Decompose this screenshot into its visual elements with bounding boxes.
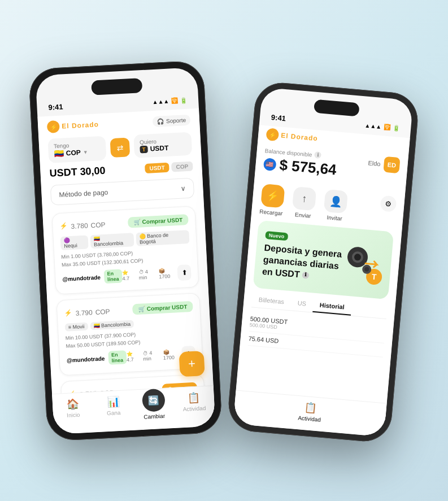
nav-inicio[interactable]: 🏠 Inicio — [52, 397, 94, 434]
nequi-badge-1: 🟣 Nequi — [60, 235, 88, 250]
payment-icons-1: 🟣 Nequi 🇨🇴 Bancolombia 🟡 Banco de Bogotá — [60, 230, 189, 250]
recargar-label: Recargar — [259, 208, 282, 216]
user-avatar[interactable]: ED — [383, 156, 400, 173]
promo-info-icon: ℹ — [302, 271, 309, 278]
nav-gana[interactable]: 📊 Gana — [92, 394, 134, 432]
tengo-currency: COP — [66, 148, 81, 156]
invitar-icon: 👤 — [323, 189, 347, 213]
logo-text-right: El Dorado — [280, 131, 318, 142]
gear-icon: ⚙ — [384, 199, 392, 208]
headphone-icon: 🎧 — [156, 117, 164, 124]
cop-flag: 🇨🇴 — [54, 149, 64, 158]
invitar-button[interactable]: 👤 Invitar — [323, 189, 348, 221]
battery-icon-left: 🔋 — [180, 97, 187, 103]
promo-card[interactable]: Nuevo Deposita y generaganancias diarias… — [253, 220, 394, 299]
swap-button[interactable]: ⇄ — [110, 137, 130, 157]
right-app-content: ⚡ El Dorado Balance disponible ℹ 🇺🇸 $ 57… — [233, 125, 410, 435]
nav-actividad[interactable]: 📋 Actividad — [173, 390, 215, 428]
nav-gana-label: Gana — [106, 409, 120, 416]
user-label: Eldo — [368, 159, 381, 167]
history-amount-2: 75.64 USD — [248, 335, 279, 345]
seller-stats-1: ⭐ 4.7 ⏱ 4 min 📦 1700 — [121, 267, 174, 281]
nav-cambiar-label: Cambiar — [143, 412, 164, 420]
buy-button-1[interactable]: 🛒 Comprar USDT — [128, 214, 189, 228]
balance-section: Balance disponible ℹ 🇺🇸 $ 575,64 — [262, 143, 338, 188]
payment-method-selector[interactable]: Método de pago ∨ — [50, 177, 194, 205]
tengo-box[interactable]: Tengo 🇨🇴 COP ▼ — [47, 136, 106, 163]
listing-price-1: 3.780 COP — [70, 217, 105, 231]
nav-actividad-right-label: Actividad — [298, 415, 321, 422]
payment-method-label: Método de pago — [59, 188, 108, 199]
quiero-currency: USDT — [150, 143, 168, 153]
amount-row: USDT 30,00 USDT COP — [49, 160, 193, 179]
settings-button[interactable]: ⚙ — [380, 195, 397, 212]
home-icon: 🏠 — [66, 397, 79, 410]
seller-name-2: @mundotrade — [66, 355, 105, 363]
nav-actividad-label: Actividad — [182, 404, 206, 412]
toggle-cop[interactable]: COP — [171, 161, 193, 172]
seller-info-1: @mundotrade En línea — [62, 269, 122, 286]
logo-right: ⚡ El Dorado — [266, 128, 318, 145]
logo-icon-left: ⚡ — [46, 120, 59, 133]
tab-billeteras[interactable]: Billeteras — [251, 292, 291, 310]
logo-text-left: El Dorado — [61, 120, 98, 130]
tab-us[interactable]: US — [290, 295, 313, 312]
promo-svg: T — [332, 232, 388, 287]
phone-left: 9:41 ▲▲▲ 🛜 🔋 ⚡ El Dorado 🎧 Soporte — [28, 60, 222, 441]
status-icons-left: ▲▲▲ 🛜 🔋 — [152, 97, 187, 104]
bancolombia-badge-1: 🇨🇴 Bancolombia — [90, 233, 134, 249]
movii-badge: ≡ Movii — [64, 322, 88, 331]
activity-icon-left: 📋 — [187, 391, 200, 404]
online-badge-1: En línea — [103, 269, 123, 284]
nuevo-badge: Nuevo — [265, 230, 288, 240]
enviar-button[interactable]: ↑ Enviar — [291, 186, 316, 219]
quiero-box[interactable]: Quiero T USDT — [133, 132, 192, 158]
listing-price-2: 3.790 COP — [75, 304, 110, 318]
signal-icon-left: ▲▲▲ — [152, 98, 169, 105]
time-left: 9:41 — [48, 102, 63, 111]
nav-actividad-right[interactable]: 📋 Actividad — [233, 395, 386, 437]
dynamic-island-left — [91, 78, 142, 95]
bogota-badge-1: 🟡 Banco de Bogotá — [136, 230, 189, 246]
support-label: Soporte — [166, 116, 186, 124]
seller-stats-2: ⭐ 4.7 ⏱ 4 min 📦 1700 — [126, 348, 179, 363]
cambiar-icon: 🔄 — [141, 388, 165, 412]
invitar-label: Invitar — [326, 214, 342, 221]
toggle-buttons: USDT COP — [145, 161, 193, 173]
listing-header-2: ⚡ 3.790 COP 🛒 Comprar USDT — [64, 300, 193, 319]
time-right: 9:41 — [271, 113, 286, 123]
wifi-icon-right: 🛜 — [383, 124, 390, 130]
logo-left: ⚡ El Dorado — [46, 118, 99, 133]
listing-header-1: ⚡ 3.780 COP 🛒 Comprar USDT — [59, 214, 189, 232]
enviar-icon: ↑ — [292, 186, 316, 211]
logo-icon-right: ⚡ — [266, 128, 279, 141]
info-icon: ℹ — [314, 151, 321, 158]
share-button-1[interactable]: ⬆ — [177, 264, 191, 280]
signal-icon-right: ▲▲▲ — [364, 122, 382, 130]
lightning-icon-1: ⚡ — [59, 222, 68, 230]
tab-historial[interactable]: Historial — [312, 297, 351, 315]
status-icons-right: ▲▲▲ 🛜 🔋 — [364, 122, 399, 131]
buy-button-2[interactable]: 🛒 Comprar USDT — [132, 300, 193, 315]
usdt-icon: T — [140, 145, 148, 153]
buy-label-2: Comprar USDT — [146, 303, 187, 312]
toggle-usdt[interactable]: USDT — [145, 162, 169, 173]
recargar-button[interactable]: ⚡ Recargar — [259, 184, 285, 216]
recargar-icon: ⚡ — [260, 184, 284, 208]
seller-name-1: @mundotrade — [62, 273, 101, 282]
phones-container: 9:41 ▲▲▲ 🛜 🔋 ⚡ El Dorado 🎧 Soporte — [27, 19, 422, 482]
enviar-label: Enviar — [294, 211, 311, 219]
seller-info-2: @mundotrade En línea — [66, 350, 127, 367]
online-badge-2: En línea — [107, 350, 127, 365]
chevron-down-icon: ▼ — [82, 149, 88, 155]
left-app-content: ⚡ El Dorado 🎧 Soporte Tengo 🇨🇴 — [37, 108, 215, 430]
listing-card-1: ⚡ 3.780 COP 🛒 Comprar USDT 🟣 Nequi 🇨🇴 — [51, 206, 199, 294]
wifi-icon-left: 🛜 — [171, 97, 178, 104]
chart-icon: 📊 — [106, 395, 119, 408]
phone-right: 9:41 ▲▲▲ 🛜 🔋 ⚡ El Dorado — [226, 80, 420, 443]
nav-cambiar[interactable]: 🔄 Cambiar — [133, 392, 175, 430]
fab-button[interactable]: + — [179, 350, 205, 376]
buy-label-1: Comprar USDT — [142, 216, 182, 225]
lightning-icon-2: ⚡ — [64, 309, 72, 317]
support-button[interactable]: 🎧 Soporte — [152, 114, 190, 127]
